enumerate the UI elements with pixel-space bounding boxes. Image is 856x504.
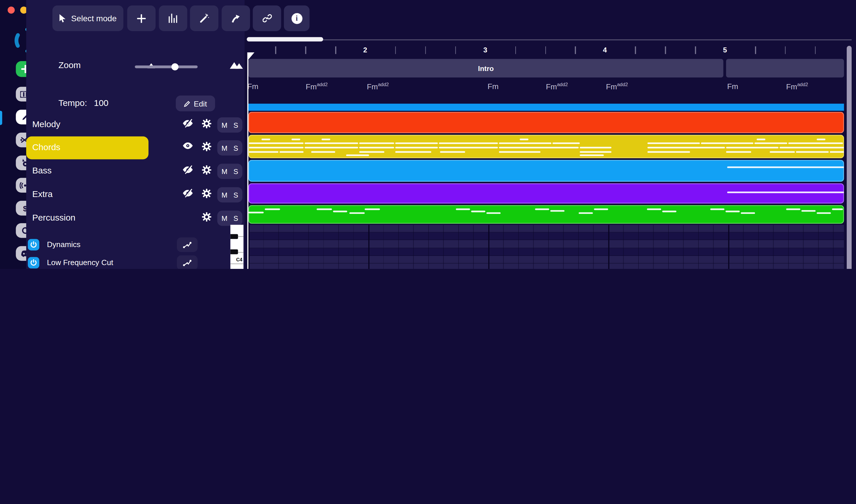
mute-button[interactable]: M <box>222 144 227 152</box>
ruler-tick <box>455 46 456 54</box>
black-key[interactable] <box>230 249 238 254</box>
measure-number: 5 <box>723 46 727 54</box>
track-settings-gear-icon[interactable] <box>202 165 211 177</box>
chord-label: Fmadd2 <box>367 82 389 91</box>
eye-slash-icon[interactable] <box>182 165 193 176</box>
automation-curve-button[interactable] <box>177 237 198 252</box>
mini-note <box>648 147 725 148</box>
mute-button[interactable]: M <box>222 191 227 199</box>
mini-note <box>471 211 485 212</box>
mute-button[interactable]: M <box>222 214 227 222</box>
measure-lines <box>248 225 844 269</box>
edit-tempo-button[interactable]: Edit <box>176 95 215 111</box>
overview-strip-bass[interactable] <box>248 160 844 182</box>
key-separator <box>230 264 243 264</box>
eye-slash-icon[interactable] <box>182 119 193 130</box>
info-button[interactable]: i <box>284 5 310 31</box>
zoom-in-icon[interactable] <box>229 60 244 69</box>
info-icon: i <box>291 13 302 24</box>
mini-note <box>359 147 394 148</box>
select-mode-label: Select mode <box>71 14 117 23</box>
mini-note <box>249 147 304 148</box>
mute-solo-group: MS <box>217 211 242 226</box>
mini-note <box>802 210 816 212</box>
black-key[interactable] <box>230 234 238 239</box>
piano-keyboard[interactable]: C4C3C2 <box>230 225 243 269</box>
redo-button[interactable] <box>222 5 250 31</box>
mini-note <box>439 147 498 148</box>
magic-wand-icon <box>199 14 209 23</box>
zoom-slider-track[interactable] <box>135 66 198 68</box>
chord-label: Fm <box>727 82 738 90</box>
section-header[interactable]: Intro <box>248 59 723 78</box>
section-header[interactable] <box>726 59 844 78</box>
close-window-button[interactable] <box>7 7 15 14</box>
mini-note <box>396 147 438 148</box>
solo-button[interactable]: S <box>233 167 238 176</box>
track-settings-gear-icon[interactable] <box>202 212 211 223</box>
chord-label: Fm <box>247 82 258 90</box>
select-mode-button[interactable]: Select mode <box>52 5 123 31</box>
mini-note <box>440 151 465 153</box>
horizontal-scrollbar-track[interactable] <box>248 39 852 40</box>
mini-note <box>304 147 358 148</box>
track-row-extra[interactable]: ExtraMS <box>0 186 219 204</box>
eye-slash-icon[interactable] <box>182 189 193 200</box>
share-link-button[interactable] <box>253 5 281 31</box>
overview-strip-extra[interactable] <box>248 183 844 203</box>
stats-button[interactable] <box>159 5 188 31</box>
main-vertical-scrollbar[interactable] <box>847 46 852 269</box>
track-row-bass[interactable]: BassMS <box>0 162 219 181</box>
automation-curve-button[interactable] <box>177 255 198 269</box>
zoom-label: Zoom <box>58 60 81 70</box>
cursor-icon <box>59 14 66 23</box>
ruler-tick <box>785 46 786 54</box>
track-row-chords[interactable]: ChordsMS <box>0 139 219 157</box>
mini-note <box>553 142 580 144</box>
magic-wand-button[interactable] <box>190 5 219 31</box>
mini-note <box>249 151 278 153</box>
mini-note <box>741 212 755 214</box>
mini-note <box>788 142 843 144</box>
mini-note <box>499 142 552 144</box>
piano-roll-grid[interactable] <box>248 225 844 269</box>
power-toggle[interactable] <box>28 239 39 250</box>
track-settings-gear-icon[interactable] <box>202 142 211 154</box>
overview-strip-melody[interactable] <box>248 112 844 133</box>
add-button[interactable] <box>127 5 156 31</box>
mini-note <box>456 208 470 210</box>
track-row-melody[interactable]: MelodyMS <box>0 116 219 134</box>
overview-strip-percussion[interactable] <box>248 205 844 224</box>
mini-note <box>265 208 280 210</box>
mute-button[interactable]: M <box>222 121 227 129</box>
track-row-percussion[interactable]: PercussionMS <box>0 209 219 228</box>
solo-button[interactable]: S <box>233 214 238 222</box>
overview-strip-chords[interactable] <box>248 135 844 158</box>
track-settings-gear-icon[interactable] <box>202 119 211 130</box>
mini-note <box>249 142 304 144</box>
chord-label: Fmadd2 <box>546 82 568 91</box>
power-toggle[interactable] <box>28 257 39 268</box>
eye-icon[interactable] <box>182 142 193 152</box>
icon-rail: $ 6 300 <box>0 0 26 269</box>
mini-note <box>757 139 766 140</box>
ruler-tick <box>425 46 426 54</box>
playhead-marker[interactable] <box>248 52 255 59</box>
effect-row-dynamics: Dynamics <box>0 237 219 255</box>
mini-note <box>727 192 844 193</box>
mini-note <box>701 142 753 144</box>
ruler-tick <box>515 46 516 54</box>
solo-button[interactable]: S <box>233 121 238 129</box>
horizontal-scrollbar-thumb[interactable] <box>247 37 324 42</box>
track-name: Percussion <box>32 213 75 222</box>
overview-strip-melody-collapsed[interactable] <box>248 104 844 111</box>
playhead-line[interactable] <box>247 52 248 269</box>
effect-name: Low Frequency Cut <box>47 258 113 267</box>
zoom-slider-knob[interactable] <box>172 64 178 70</box>
track-settings-gear-icon[interactable] <box>202 189 211 200</box>
solo-button[interactable]: S <box>233 191 238 199</box>
mute-solo-group: MS <box>217 140 242 156</box>
solo-button[interactable]: S <box>233 144 238 152</box>
plus-icon <box>137 14 146 23</box>
mute-button[interactable]: M <box>222 167 227 176</box>
